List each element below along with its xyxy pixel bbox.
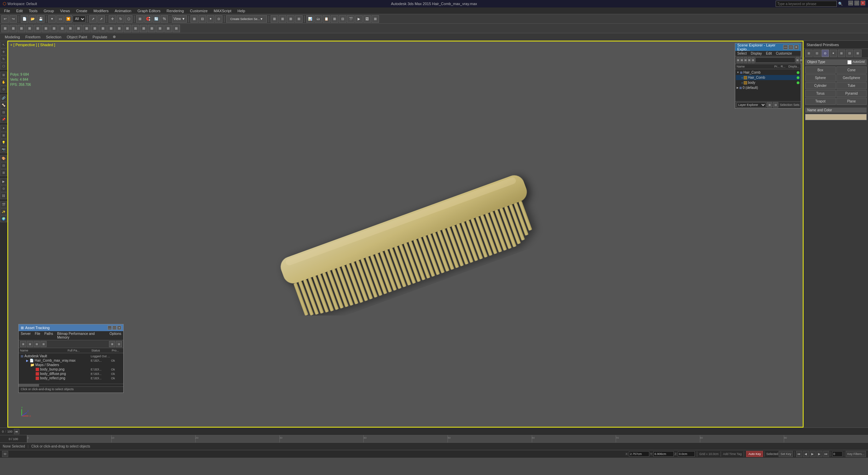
- tb-clone-align[interactable]: ⊞: [295, 15, 303, 23]
- tb2-17[interactable]: ⊞: [132, 25, 139, 32]
- rp-tab-1[interactable]: ⊞: [805, 50, 813, 57]
- auto-key-btn[interactable]: Auto Key: [746, 451, 763, 457]
- tb-view-dropdown[interactable]: View ▼: [172, 15, 187, 23]
- set-key-btn[interactable]: Set Key: [779, 451, 793, 457]
- at-row-vault[interactable]: ⊟ Autodesk Vault Logged Out ...: [19, 354, 123, 358]
- lt-select[interactable]: ↖: [0, 41, 7, 48]
- at-scrollbar-thumb[interactable]: [19, 384, 39, 387]
- rp-btn-plane[interactable]: Plane: [836, 98, 867, 105]
- coord-z[interactable]: [678, 451, 695, 457]
- tb-place-highlight[interactable]: ✦: [207, 15, 214, 23]
- tb-select-dropdown[interactable]: All: [73, 16, 86, 22]
- menu-customize[interactable]: Customize: [187, 8, 210, 14]
- lt-deform[interactable]: ⊞: [0, 169, 7, 176]
- rp-btn-torus[interactable]: Torus: [805, 90, 836, 97]
- rp-tab-3[interactable]: ⊙: [821, 50, 829, 57]
- lt-scale[interactable]: ⬡: [0, 63, 7, 70]
- st-modeling[interactable]: Modeling: [3, 34, 22, 40]
- key-filters-btn[interactable]: Key Filters...: [846, 451, 866, 457]
- at-tb-5[interactable]: ⊞: [109, 341, 115, 347]
- tb2-10[interactable]: ⊞: [75, 25, 82, 32]
- menu-rendering[interactable]: Rendering: [164, 8, 187, 14]
- at-maximize[interactable]: □: [112, 326, 116, 330]
- se-tb-4[interactable]: ⊞: [748, 57, 751, 63]
- at-minimize[interactable]: —: [108, 326, 112, 330]
- menu-group[interactable]: Group: [41, 8, 57, 14]
- tb-percent-snap[interactable]: %: [161, 15, 168, 23]
- rp-btn-tube[interactable]: Tube: [836, 82, 867, 89]
- tb2-15[interactable]: ⊞: [115, 25, 123, 32]
- lt-link[interactable]: 🔗: [0, 95, 7, 101]
- lt-pan[interactable]: ✋: [0, 79, 7, 86]
- at-row-bump[interactable]: body_bump.png E:\3Dl... Ok: [19, 367, 123, 372]
- lt-env[interactable]: 🌍: [0, 215, 7, 222]
- tb-new[interactable]: 📄: [21, 15, 28, 23]
- tb-mat-editor[interactable]: ⊟: [339, 15, 346, 23]
- tb-unlink[interactable]: ⇗: [97, 15, 105, 23]
- se-tb-2[interactable]: ⊞: [740, 57, 743, 63]
- tb2-11[interactable]: ⊞: [83, 25, 90, 32]
- se-row-body[interactable]: ○ body: [736, 80, 800, 85]
- maximize-button[interactable]: □: [854, 1, 859, 5]
- at-tb-2[interactable]: ⊞: [27, 341, 33, 347]
- tb2-1[interactable]: ⊞: [1, 25, 9, 32]
- se-menu-display[interactable]: Display: [749, 51, 764, 56]
- tb2-6[interactable]: ⊞: [42, 25, 50, 32]
- at-menu-bitmap[interactable]: Bitmap Performance and Memory: [55, 331, 107, 340]
- st-extra[interactable]: ⊕: [111, 34, 118, 40]
- tb2-12[interactable]: ⊞: [91, 25, 98, 32]
- lt-orbit[interactable]: ⊙: [0, 86, 7, 93]
- tb-spacing-tool[interactable]: ⊞: [287, 15, 294, 23]
- tb-normal-align[interactable]: ⊟: [199, 15, 206, 23]
- menu-animation[interactable]: Animation: [112, 8, 134, 14]
- at-menu-options[interactable]: Options: [108, 331, 123, 340]
- se-footer-dropdown[interactable]: Layer Explorer: [737, 102, 766, 108]
- se-menu-select[interactable]: Select: [735, 51, 749, 56]
- at-row-diffuse[interactable]: body_diffuse.png E:\3Dl... Ok: [19, 372, 123, 376]
- se-tb-1[interactable]: ⊞: [737, 57, 740, 63]
- tb2-2[interactable]: ⊞: [10, 25, 17, 32]
- lt-create[interactable]: ✦: [0, 125, 7, 132]
- menu-graph-editors[interactable]: Graph Editors: [135, 8, 163, 14]
- rp-autogrid[interactable]: [847, 60, 852, 64]
- rp-tab-7[interactable]: ⊞: [854, 50, 862, 57]
- close-button[interactable]: ✕: [861, 1, 865, 5]
- coord-y[interactable]: [653, 451, 674, 457]
- at-menu-file[interactable]: File: [33, 331, 42, 340]
- tb-isolate[interactable]: ⊙: [215, 15, 222, 23]
- se-menu-edit[interactable]: Edit: [764, 51, 774, 56]
- maxscript-btn[interactable]: M: [2, 451, 8, 457]
- tb-schematic[interactable]: ⊞: [331, 15, 338, 23]
- se-footer-btn2[interactable]: ⊟: [773, 102, 778, 108]
- tb2-3[interactable]: ⊞: [18, 25, 25, 32]
- lt-pin[interactable]: 📌: [0, 116, 7, 123]
- tb-select-region[interactable]: ▭: [56, 15, 64, 23]
- tb2-9[interactable]: ⊞: [67, 25, 74, 32]
- lt-anim[interactable]: ▶: [0, 178, 7, 185]
- se-menu-customize[interactable]: Customize: [774, 51, 794, 56]
- lt-modifiers[interactable]: ⊟: [0, 162, 7, 169]
- at-menu-server[interactable]: Server: [19, 331, 33, 340]
- se-footer-btn1[interactable]: ⊞: [767, 102, 772, 108]
- menu-edit[interactable]: Edit: [14, 8, 25, 14]
- se-tb-7[interactable]: ⊟: [800, 57, 803, 63]
- lt-keyframe[interactable]: ⊙: [0, 185, 7, 192]
- se-row-hair-comb-obj[interactable]: ○ Hair_Comb: [736, 75, 800, 80]
- tb2-18[interactable]: ⊞: [140, 25, 147, 32]
- tb-undo[interactable]: ↩: [1, 15, 9, 23]
- at-menu-paths[interactable]: Paths: [42, 331, 55, 340]
- menu-modifiers[interactable]: Modifiers: [91, 8, 111, 14]
- rp-section-object-type[interactable]: Object Type AutoGrid: [805, 59, 867, 65]
- lt-move[interactable]: ✛: [0, 49, 7, 55]
- tb2-19[interactable]: ⊞: [148, 25, 156, 32]
- play-btn[interactable]: ▶: [810, 451, 816, 457]
- rp-tab-2[interactable]: ⊟: [813, 50, 821, 57]
- tb-select-obj[interactable]: ✦: [48, 15, 56, 23]
- st-freeform[interactable]: Freeform: [23, 34, 43, 40]
- tb2-7[interactable]: ⊞: [50, 25, 58, 32]
- tb2-21[interactable]: ⊞: [164, 25, 172, 32]
- rp-btn-sphere[interactable]: Sphere: [805, 74, 836, 81]
- se-row-hair-comb-layer[interactable]: ▼ ⊞ Hair_Comb: [736, 70, 800, 75]
- tb-select-link[interactable]: ⇗: [89, 15, 97, 23]
- tb-scale[interactable]: ⬡: [125, 15, 132, 23]
